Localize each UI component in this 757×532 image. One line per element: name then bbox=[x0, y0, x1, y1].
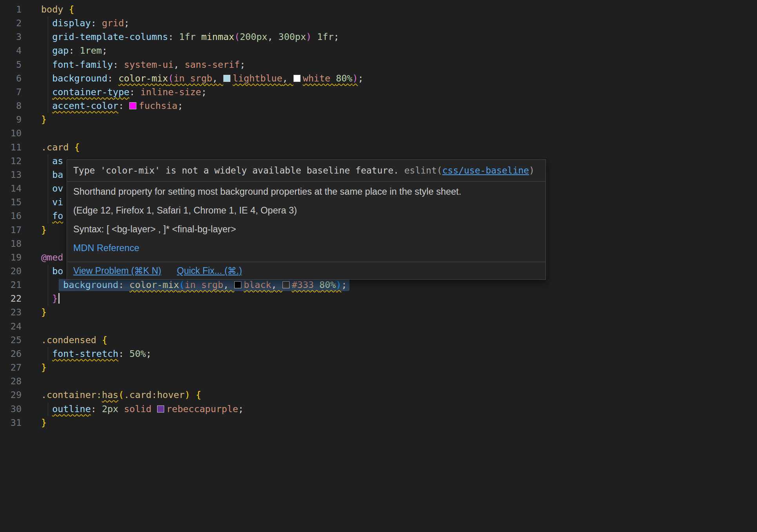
line-number[interactable]: 7 bbox=[0, 85, 22, 99]
code-text: container-type: inline-size; bbox=[41, 85, 207, 99]
code-line[interactable]: 5 font-family: system-ui, sans-serif; bbox=[0, 58, 757, 72]
code-line[interactable]: 23} bbox=[0, 306, 757, 319]
code-line[interactable]: 9} bbox=[0, 113, 757, 127]
code-text: } bbox=[41, 416, 47, 430]
code-token: : bbox=[107, 73, 118, 84]
line-number[interactable]: 20 bbox=[0, 264, 22, 278]
code-line[interactable]: 29.container:has(.card:hover) { bbox=[0, 388, 757, 402]
line-number[interactable]: 5 bbox=[0, 58, 22, 72]
code-line[interactable]: 27} bbox=[0, 361, 757, 375]
code-token: font-family bbox=[52, 59, 113, 70]
code-token: ; bbox=[238, 404, 244, 414]
line-number[interactable]: 6 bbox=[0, 72, 22, 85]
code-token bbox=[41, 73, 52, 84]
code-line[interactable]: 11.card { bbox=[0, 141, 757, 154]
code-line[interactable]: 30 outline: 2px solid rebeccapurple; bbox=[0, 402, 757, 416]
code-token: white bbox=[293, 73, 336, 84]
code-line[interactable]: 3 grid-template-columns: 1fr minmax(200p… bbox=[0, 30, 757, 44]
code-token: 2px bbox=[102, 404, 124, 414]
color-swatch[interactable] bbox=[293, 75, 301, 82]
color-swatch[interactable] bbox=[234, 281, 241, 288]
line-number[interactable]: 1 bbox=[0, 3, 22, 16]
view-problem-action[interactable]: View Problem (⌘K N) bbox=[73, 265, 161, 276]
line-number[interactable]: 17 bbox=[0, 223, 22, 237]
code-token: as bbox=[52, 156, 63, 166]
code-line[interactable]: 31} bbox=[0, 416, 757, 430]
code-line[interactable]: 6 background: color-mix(in srgb, lightbl… bbox=[0, 72, 757, 85]
code-line[interactable]: 25.condensed { bbox=[0, 333, 757, 347]
code-token: fo bbox=[52, 210, 63, 221]
line-number[interactable]: 12 bbox=[0, 154, 22, 168]
line-number[interactable]: 8 bbox=[0, 99, 22, 113]
line-number[interactable]: 14 bbox=[0, 182, 22, 195]
code-line[interactable]: 26 font-stretch: 50%; bbox=[0, 347, 757, 361]
text-cursor bbox=[58, 293, 60, 304]
code-line[interactable]: 21 background: color-mix(in srgb, black,… bbox=[0, 278, 757, 292]
code-line[interactable]: 7 container-type: inline-size; bbox=[0, 85, 757, 99]
line-number[interactable]: 29 bbox=[0, 388, 22, 402]
diagnostic-rule-link[interactable]: css/use-baseline bbox=[442, 165, 529, 176]
line-number[interactable]: 11 bbox=[0, 141, 22, 154]
line-number[interactable]: 28 bbox=[0, 375, 22, 388]
code-token: bo bbox=[52, 266, 63, 277]
code-line[interactable]: 1body { bbox=[0, 3, 757, 16]
code-token: body bbox=[41, 4, 69, 15]
code-token: :hover bbox=[152, 389, 185, 400]
line-number[interactable]: 10 bbox=[0, 127, 22, 140]
code-token: ; bbox=[124, 18, 129, 29]
code-line[interactable]: 2 display: grid; bbox=[0, 16, 757, 30]
code-token bbox=[41, 183, 52, 194]
code-token: system-ui bbox=[124, 59, 174, 70]
code-token: ; bbox=[341, 279, 347, 290]
code-token: 1fr bbox=[317, 31, 333, 42]
code-token bbox=[41, 279, 63, 290]
mdn-reference-link[interactable]: MDN Reference bbox=[73, 243, 139, 253]
code-token bbox=[41, 45, 52, 56]
code-text: } bbox=[41, 292, 60, 306]
color-swatch[interactable] bbox=[129, 102, 136, 109]
color-swatch[interactable] bbox=[223, 75, 230, 82]
line-number[interactable]: 26 bbox=[0, 347, 22, 361]
line-number[interactable]: 25 bbox=[0, 333, 22, 347]
code-line[interactable]: 24 bbox=[0, 320, 757, 333]
code-token bbox=[41, 210, 52, 221]
code-token: background bbox=[52, 73, 107, 84]
code-token: { bbox=[74, 142, 80, 153]
code-text: .condensed { bbox=[41, 333, 107, 347]
code-line[interactable]: 10 bbox=[0, 127, 757, 140]
line-number[interactable]: 22 bbox=[0, 292, 22, 306]
hover-actions-bar: View Problem (⌘K N) Quick Fix... (⌘.) bbox=[67, 262, 545, 279]
code-line[interactable]: 22 } bbox=[0, 292, 757, 306]
code-token: 1fr bbox=[179, 31, 201, 42]
code-line[interactable]: 8 accent-color: fuchsia; bbox=[0, 99, 757, 113]
color-swatch[interactable] bbox=[157, 405, 164, 413]
code-token: gap bbox=[52, 45, 69, 56]
color-swatch[interactable] bbox=[283, 281, 290, 288]
line-number[interactable]: 3 bbox=[0, 30, 22, 44]
code-editor[interactable]: 1body {2 display: grid;3 grid-template-c… bbox=[0, 0, 757, 532]
code-token: { bbox=[69, 4, 74, 15]
code-token: font-stretch bbox=[52, 348, 118, 359]
code-text: outline: 2px solid rebeccapurple; bbox=[41, 402, 244, 416]
line-number[interactable]: 9 bbox=[0, 113, 22, 127]
code-token: ; bbox=[358, 73, 364, 84]
line-number[interactable]: 15 bbox=[0, 195, 22, 209]
line-number[interactable]: 21 bbox=[0, 278, 22, 292]
line-number[interactable]: 16 bbox=[0, 209, 22, 223]
line-number[interactable]: 19 bbox=[0, 251, 22, 264]
code-line[interactable]: 28 bbox=[0, 375, 757, 388]
code-token: ; bbox=[333, 31, 339, 42]
line-number[interactable]: 31 bbox=[0, 416, 22, 430]
line-number[interactable]: 18 bbox=[0, 237, 22, 251]
line-number[interactable]: 23 bbox=[0, 306, 22, 319]
code-token: .card bbox=[124, 389, 151, 400]
quick-fix-action[interactable]: Quick Fix... (⌘.) bbox=[177, 265, 242, 276]
line-number[interactable]: 13 bbox=[0, 168, 22, 182]
line-number[interactable]: 27 bbox=[0, 361, 22, 375]
line-number[interactable]: 2 bbox=[0, 16, 22, 30]
line-number[interactable]: 30 bbox=[0, 402, 22, 416]
line-number[interactable]: 4 bbox=[0, 44, 22, 58]
code-line[interactable]: 4 gap: 1rem; bbox=[0, 44, 757, 58]
code-token: ( bbox=[234, 31, 240, 42]
line-number[interactable]: 24 bbox=[0, 320, 22, 333]
